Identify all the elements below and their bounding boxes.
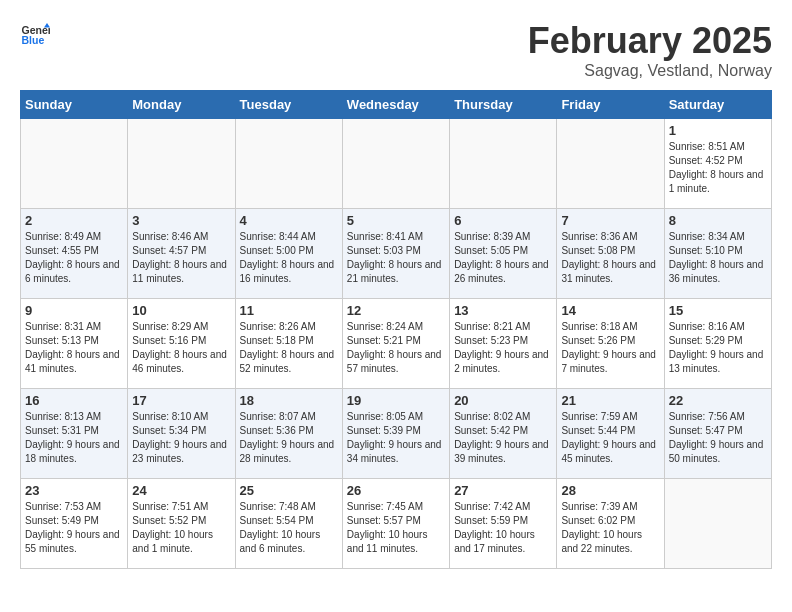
day-number: 16 bbox=[25, 393, 123, 408]
day-number: 17 bbox=[132, 393, 230, 408]
day-number: 23 bbox=[25, 483, 123, 498]
header-saturday: Saturday bbox=[664, 91, 771, 119]
table-row: 2Sunrise: 8:49 AM Sunset: 4:55 PM Daylig… bbox=[21, 209, 128, 299]
table-row: 3Sunrise: 8:46 AM Sunset: 4:57 PM Daylig… bbox=[128, 209, 235, 299]
day-info: Sunrise: 7:39 AM Sunset: 6:02 PM Dayligh… bbox=[561, 500, 659, 556]
header-monday: Monday bbox=[128, 91, 235, 119]
day-number: 2 bbox=[25, 213, 123, 228]
table-row: 9Sunrise: 8:31 AM Sunset: 5:13 PM Daylig… bbox=[21, 299, 128, 389]
table-row: 15Sunrise: 8:16 AM Sunset: 5:29 PM Dayli… bbox=[664, 299, 771, 389]
logo: General Blue bbox=[20, 20, 50, 50]
table-row: 1Sunrise: 8:51 AM Sunset: 4:52 PM Daylig… bbox=[664, 119, 771, 209]
table-row: 26Sunrise: 7:45 AM Sunset: 5:57 PM Dayli… bbox=[342, 479, 449, 569]
day-info: Sunrise: 7:53 AM Sunset: 5:49 PM Dayligh… bbox=[25, 500, 123, 556]
day-number: 3 bbox=[132, 213, 230, 228]
table-row: 18Sunrise: 8:07 AM Sunset: 5:36 PM Dayli… bbox=[235, 389, 342, 479]
day-number: 4 bbox=[240, 213, 338, 228]
table-row: 14Sunrise: 8:18 AM Sunset: 5:26 PM Dayli… bbox=[557, 299, 664, 389]
day-info: Sunrise: 8:51 AM Sunset: 4:52 PM Dayligh… bbox=[669, 140, 767, 196]
day-info: Sunrise: 8:49 AM Sunset: 4:55 PM Dayligh… bbox=[25, 230, 123, 286]
table-row: 7Sunrise: 8:36 AM Sunset: 5:08 PM Daylig… bbox=[557, 209, 664, 299]
day-number: 12 bbox=[347, 303, 445, 318]
calendar-title: February 2025 bbox=[528, 20, 772, 62]
header-thursday: Thursday bbox=[450, 91, 557, 119]
day-number: 13 bbox=[454, 303, 552, 318]
day-number: 14 bbox=[561, 303, 659, 318]
day-number: 11 bbox=[240, 303, 338, 318]
day-info: Sunrise: 8:41 AM Sunset: 5:03 PM Dayligh… bbox=[347, 230, 445, 286]
table-row: 17Sunrise: 8:10 AM Sunset: 5:34 PM Dayli… bbox=[128, 389, 235, 479]
day-info: Sunrise: 8:36 AM Sunset: 5:08 PM Dayligh… bbox=[561, 230, 659, 286]
table-row bbox=[21, 119, 128, 209]
day-info: Sunrise: 8:05 AM Sunset: 5:39 PM Dayligh… bbox=[347, 410, 445, 466]
day-number: 21 bbox=[561, 393, 659, 408]
week-row-1: 1Sunrise: 8:51 AM Sunset: 4:52 PM Daylig… bbox=[21, 119, 772, 209]
day-number: 24 bbox=[132, 483, 230, 498]
day-number: 8 bbox=[669, 213, 767, 228]
calendar-subtitle: Sagvag, Vestland, Norway bbox=[528, 62, 772, 80]
day-number: 25 bbox=[240, 483, 338, 498]
day-info: Sunrise: 8:07 AM Sunset: 5:36 PM Dayligh… bbox=[240, 410, 338, 466]
day-info: Sunrise: 8:34 AM Sunset: 5:10 PM Dayligh… bbox=[669, 230, 767, 286]
day-info: Sunrise: 8:46 AM Sunset: 4:57 PM Dayligh… bbox=[132, 230, 230, 286]
day-number: 10 bbox=[132, 303, 230, 318]
day-info: Sunrise: 7:56 AM Sunset: 5:47 PM Dayligh… bbox=[669, 410, 767, 466]
header-wednesday: Wednesday bbox=[342, 91, 449, 119]
day-info: Sunrise: 7:45 AM Sunset: 5:57 PM Dayligh… bbox=[347, 500, 445, 556]
table-row: 5Sunrise: 8:41 AM Sunset: 5:03 PM Daylig… bbox=[342, 209, 449, 299]
day-number: 28 bbox=[561, 483, 659, 498]
day-info: Sunrise: 8:18 AM Sunset: 5:26 PM Dayligh… bbox=[561, 320, 659, 376]
table-row: 10Sunrise: 8:29 AM Sunset: 5:16 PM Dayli… bbox=[128, 299, 235, 389]
table-row bbox=[450, 119, 557, 209]
week-row-2: 2Sunrise: 8:49 AM Sunset: 4:55 PM Daylig… bbox=[21, 209, 772, 299]
table-row: 24Sunrise: 7:51 AM Sunset: 5:52 PM Dayli… bbox=[128, 479, 235, 569]
table-row: 25Sunrise: 7:48 AM Sunset: 5:54 PM Dayli… bbox=[235, 479, 342, 569]
day-info: Sunrise: 7:59 AM Sunset: 5:44 PM Dayligh… bbox=[561, 410, 659, 466]
title-area: February 2025 Sagvag, Vestland, Norway bbox=[528, 20, 772, 80]
day-number: 7 bbox=[561, 213, 659, 228]
table-row: 19Sunrise: 8:05 AM Sunset: 5:39 PM Dayli… bbox=[342, 389, 449, 479]
table-row: 4Sunrise: 8:44 AM Sunset: 5:00 PM Daylig… bbox=[235, 209, 342, 299]
day-number: 6 bbox=[454, 213, 552, 228]
day-info: Sunrise: 8:16 AM Sunset: 5:29 PM Dayligh… bbox=[669, 320, 767, 376]
table-row bbox=[342, 119, 449, 209]
table-row: 20Sunrise: 8:02 AM Sunset: 5:42 PM Dayli… bbox=[450, 389, 557, 479]
day-number: 19 bbox=[347, 393, 445, 408]
day-info: Sunrise: 8:21 AM Sunset: 5:23 PM Dayligh… bbox=[454, 320, 552, 376]
day-info: Sunrise: 7:42 AM Sunset: 5:59 PM Dayligh… bbox=[454, 500, 552, 556]
header-tuesday: Tuesday bbox=[235, 91, 342, 119]
day-info: Sunrise: 8:02 AM Sunset: 5:42 PM Dayligh… bbox=[454, 410, 552, 466]
day-info: Sunrise: 8:44 AM Sunset: 5:00 PM Dayligh… bbox=[240, 230, 338, 286]
day-info: Sunrise: 7:51 AM Sunset: 5:52 PM Dayligh… bbox=[132, 500, 230, 556]
week-row-3: 9Sunrise: 8:31 AM Sunset: 5:13 PM Daylig… bbox=[21, 299, 772, 389]
logo-icon: General Blue bbox=[20, 20, 50, 50]
week-row-4: 16Sunrise: 8:13 AM Sunset: 5:31 PM Dayli… bbox=[21, 389, 772, 479]
day-info: Sunrise: 8:39 AM Sunset: 5:05 PM Dayligh… bbox=[454, 230, 552, 286]
table-row bbox=[664, 479, 771, 569]
table-row: 23Sunrise: 7:53 AM Sunset: 5:49 PM Dayli… bbox=[21, 479, 128, 569]
day-info: Sunrise: 8:31 AM Sunset: 5:13 PM Dayligh… bbox=[25, 320, 123, 376]
table-row: 28Sunrise: 7:39 AM Sunset: 6:02 PM Dayli… bbox=[557, 479, 664, 569]
day-info: Sunrise: 8:26 AM Sunset: 5:18 PM Dayligh… bbox=[240, 320, 338, 376]
day-info: Sunrise: 8:10 AM Sunset: 5:34 PM Dayligh… bbox=[132, 410, 230, 466]
table-row: 12Sunrise: 8:24 AM Sunset: 5:21 PM Dayli… bbox=[342, 299, 449, 389]
day-number: 5 bbox=[347, 213, 445, 228]
week-row-5: 23Sunrise: 7:53 AM Sunset: 5:49 PM Dayli… bbox=[21, 479, 772, 569]
table-row: 21Sunrise: 7:59 AM Sunset: 5:44 PM Dayli… bbox=[557, 389, 664, 479]
day-number: 22 bbox=[669, 393, 767, 408]
day-info: Sunrise: 8:29 AM Sunset: 5:16 PM Dayligh… bbox=[132, 320, 230, 376]
table-row bbox=[235, 119, 342, 209]
day-number: 26 bbox=[347, 483, 445, 498]
table-row bbox=[557, 119, 664, 209]
table-row: 8Sunrise: 8:34 AM Sunset: 5:10 PM Daylig… bbox=[664, 209, 771, 299]
table-row: 6Sunrise: 8:39 AM Sunset: 5:05 PM Daylig… bbox=[450, 209, 557, 299]
day-number: 27 bbox=[454, 483, 552, 498]
day-number: 9 bbox=[25, 303, 123, 318]
day-number: 18 bbox=[240, 393, 338, 408]
day-number: 15 bbox=[669, 303, 767, 318]
header: General Blue February 2025 Sagvag, Vestl… bbox=[20, 20, 772, 80]
table-row: 22Sunrise: 7:56 AM Sunset: 5:47 PM Dayli… bbox=[664, 389, 771, 479]
header-friday: Friday bbox=[557, 91, 664, 119]
table-row bbox=[128, 119, 235, 209]
day-info: Sunrise: 8:24 AM Sunset: 5:21 PM Dayligh… bbox=[347, 320, 445, 376]
